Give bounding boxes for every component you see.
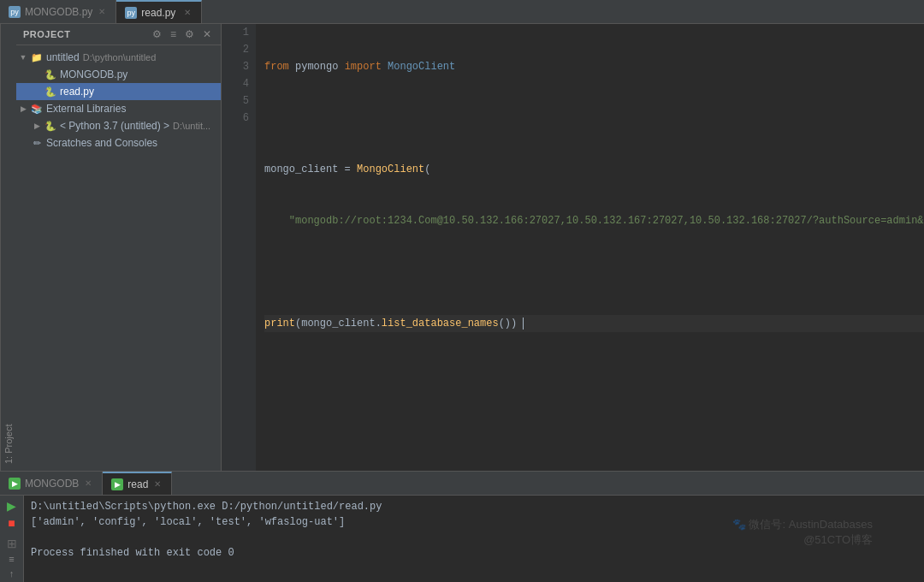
line-numbers: 1 2 3 4 5 6 — [222, 24, 256, 471]
tree-item-python37[interactable]: ▶ 🐍 < Python 3.7 (untitled) > D:\untit..… — [16, 117, 221, 134]
arrow-python37: ▶ — [30, 122, 44, 130]
ln-1: 1 — [222, 24, 256, 41]
sync-icon[interactable]: ⚙ — [150, 27, 164, 41]
py-file-icon-mongodb: 🐍 — [44, 68, 57, 81]
run-output-line-4: Process finished with exit code 0 — [31, 545, 917, 561]
scratches-icon: ✏ — [30, 136, 44, 150]
run-tab-mongodb-label: MONGODB — [25, 478, 79, 490]
ln-2: 2 — [222, 41, 256, 58]
run-panel: ▶ MONGODB ✕ ▶ read ✕ ▶ ■ ⊞ ≡ ↑ D:\untitl… — [0, 471, 924, 582]
run-output-line-3 — [31, 530, 917, 545]
run-tab-read-label: read — [127, 478, 148, 490]
main-layout: 1: Project Project ⚙ ≡ ⚙ ✕ ▼ 📁 untitled — [0, 24, 924, 471]
label-read: read.py — [60, 86, 94, 98]
settings-icon[interactable]: ⚙ — [182, 27, 197, 41]
code-line-1: from pymongo import MongoClient — [264, 58, 924, 75]
editor-wrapper: 1 2 3 4 5 6 from pymongo import MongoCli… — [222, 24, 924, 471]
label-untitled: untitled — [46, 51, 80, 63]
ln-3: 3 — [222, 58, 256, 75]
stop-button[interactable]: ■ — [3, 516, 21, 530]
run-output: D:\untitled\Scripts\python.exe D:/python… — [24, 496, 924, 582]
extlibs-icon: 📚 — [30, 102, 44, 116]
sidebar-icons: ⚙ ≡ ⚙ ✕ — [150, 27, 214, 41]
label-extlibs: External Libraries — [46, 103, 126, 115]
run-button[interactable]: ▶ — [3, 499, 21, 513]
label-mongodb: MONGODB.py — [60, 68, 127, 80]
label-python37: < Python 3.7 (untitled) > — [60, 120, 169, 132]
scroll-up-button[interactable]: ↑ — [3, 568, 21, 579]
sidebar: Project ⚙ ≡ ⚙ ✕ ▼ 📁 untitled D:\python\u… — [16, 24, 222, 471]
sidebar-title: Project — [23, 29, 70, 39]
tab-mongodb-close[interactable]: ✕ — [97, 7, 107, 16]
rerun-button[interactable]: ⊞ — [3, 537, 21, 550]
sidebar-tree: ▼ 📁 untitled D:\python\untitled 🐍 MONGOD… — [16, 45, 221, 471]
tab-mongodb-label: MONGODB.py — [25, 6, 92, 18]
collapse-icon[interactable]: ≡ — [168, 27, 179, 41]
run-tab-mongodb-close[interactable]: ✕ — [83, 478, 93, 488]
py-icon-read: py — [125, 7, 137, 19]
ln-5: 5 — [222, 92, 256, 110]
tree-item-read[interactable]: 🐍 read.py — [16, 83, 221, 100]
run-py-icon-read: ▶ — [111, 478, 123, 490]
ln-4: 4 — [222, 75, 256, 92]
py-icon: py — [9, 6, 21, 18]
python-icon: 🐍 — [44, 119, 57, 133]
run-py-icon-mongodb: ▶ — [9, 478, 21, 490]
arrow-extlibs: ▶ — [16, 104, 30, 113]
editor-area: 1 2 3 4 5 6 from pymongo import MongoCli… — [222, 24, 924, 471]
project-side-label[interactable]: 1: Project — [0, 24, 16, 471]
code-line-2 — [264, 110, 924, 127]
run-tab-mongodb[interactable]: ▶ MONGODB ✕ — [0, 472, 103, 495]
path-python37: D:\untit... — [173, 121, 210, 131]
tab-read-label: read.py — [141, 7, 175, 19]
path-untitled: D:\python\untitled — [83, 52, 157, 62]
code-line-6: print(mongo_client.list_database_names()… — [264, 315, 924, 332]
tree-item-untitled[interactable]: ▼ 📁 untitled D:\python\untitled — [16, 49, 221, 66]
run-tab-read-close[interactable]: ✕ — [152, 479, 163, 489]
py-file-icon-read: 🐍 — [44, 85, 57, 98]
code-editor[interactable]: from pymongo import MongoClient mongo_cl… — [256, 24, 924, 471]
tree-item-mongodb[interactable]: 🐍 MONGODB.py — [16, 66, 221, 83]
tree-item-extlibs[interactable]: ▶ 📚 External Libraries — [16, 100, 221, 117]
hide-icon[interactable]: ✕ — [200, 27, 214, 41]
run-tab-read[interactable]: ▶ read ✕ — [103, 472, 172, 495]
run-content: ▶ ■ ⊞ ≡ ↑ D:\untitled\Scripts\python.exe… — [0, 496, 924, 582]
tab-read[interactable]: py read.py ✕ — [116, 0, 202, 23]
code-line-3: mongo_client = MongoClient( — [264, 161, 924, 178]
tab-mongodb[interactable]: py MONGODB.py ✕ — [0, 0, 116, 23]
tree-item-scratches[interactable]: ✏ Scratches and Consoles — [16, 134, 221, 151]
sidebar-header: Project ⚙ ≡ ⚙ ✕ — [16, 24, 221, 45]
code-line-5 — [264, 264, 924, 281]
label-scratches: Scratches and Consoles — [46, 137, 157, 149]
folder-icon-untitled: 📁 — [30, 50, 44, 64]
run-sidebar: ▶ ■ ⊞ ≡ ↑ — [0, 496, 24, 582]
run-output-line-1: D:\untitled\Scripts\python.exe D:/python… — [31, 499, 917, 514]
code-line-4: "mongodb://root:1234.Com@10.50.132.166:2… — [264, 212, 924, 229]
more-button[interactable]: ≡ — [3, 554, 21, 565]
tab-bar: py MONGODB.py ✕ py read.py ✕ — [0, 0, 924, 24]
run-tabs: ▶ MONGODB ✕ ▶ read ✕ — [0, 472, 924, 496]
arrow-untitled: ▼ — [16, 53, 30, 62]
ln-6: 6 — [222, 110, 256, 127]
tab-read-close[interactable]: ✕ — [182, 8, 192, 17]
run-output-line-2: ['admin', 'config', 'local', 'test', 'wf… — [31, 514, 917, 530]
